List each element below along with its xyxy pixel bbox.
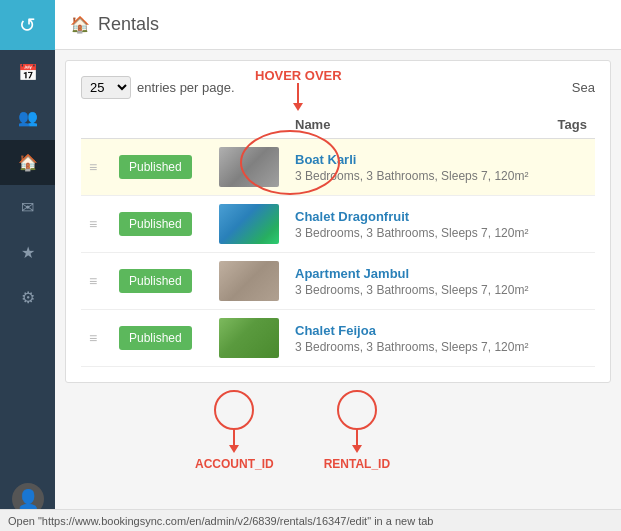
name-cell: Apartment Jambul 3 Bedrooms, 3 Bathrooms… — [287, 253, 548, 310]
name-cell: Chalet Dragonfruit 3 Bedrooms, 3 Bathroo… — [287, 196, 548, 253]
drag-handle-icon[interactable]: ≡ — [89, 273, 97, 289]
rental-thumbnail — [219, 318, 279, 358]
col-status — [111, 111, 211, 139]
sidebar-item-home[interactable]: 🏠 — [0, 140, 55, 185]
page-title: Rentals — [98, 14, 159, 35]
tags-cell — [548, 253, 595, 310]
status-cell: Published — [111, 196, 211, 253]
rental-name-link[interactable]: Chalet Dragonfruit — [295, 209, 409, 224]
sidebar-item-calendar[interactable]: 📅 — [0, 50, 55, 95]
controls-bar: 25 50 100 entries per page. Sea — [81, 76, 595, 99]
main-content: 🏠 Rentals 25 50 100 entries per page. Se… — [55, 0, 621, 531]
status-cell: Published — [111, 253, 211, 310]
status-button[interactable]: Published — [119, 326, 192, 350]
rental-details: 3 Bedrooms, 3 Bathrooms, Sleeps 7, 120m² — [295, 283, 540, 297]
rentals-table: Name Tags ≡ Published Boat Karli 3 Bedro… — [81, 111, 595, 367]
status-bar-text: Open "https://www.bookingsync.com/en/adm… — [8, 515, 433, 527]
sidebar-item-messages[interactable]: ✉ — [0, 185, 55, 230]
entries-control: 25 50 100 entries per page. — [81, 76, 235, 99]
drag-handle-cell: ≡ — [81, 253, 111, 310]
col-name: Name — [287, 111, 548, 139]
rental-thumbnail — [219, 147, 279, 187]
thumb-cell — [211, 253, 287, 310]
rental-thumbnail — [219, 261, 279, 301]
favorites-icon: ★ — [21, 243, 35, 262]
home-icon: 🏠 — [18, 153, 38, 172]
tags-cell — [548, 310, 595, 367]
drag-handle-icon[interactable]: ≡ — [89, 216, 97, 232]
tags-cell — [548, 139, 595, 196]
thumb-cell — [211, 196, 287, 253]
name-cell: Boat Karli 3 Bedrooms, 3 Bathrooms, Slee… — [287, 139, 548, 196]
rental-name-link[interactable]: Boat Karli — [295, 152, 356, 167]
sidebar-item-guests[interactable]: 👥 — [0, 95, 55, 140]
table-row: ≡ Published Apartment Jambul 3 Bedrooms,… — [81, 253, 595, 310]
drag-handle-icon[interactable]: ≡ — [89, 159, 97, 175]
col-thumb — [211, 111, 287, 139]
sidebar-item-settings[interactable]: ⚙ — [0, 275, 55, 320]
thumb-cell — [211, 310, 287, 367]
status-cell: Published — [111, 139, 211, 196]
content-area: 25 50 100 entries per page. Sea Name Tag… — [65, 60, 611, 383]
col-tags: Tags — [548, 111, 595, 139]
rentals-header-icon: 🏠 — [70, 15, 90, 34]
entries-label: entries per page. — [137, 80, 235, 95]
name-cell: Chalet Feijoa 3 Bedrooms, 3 Bathrooms, S… — [287, 310, 548, 367]
rental-details: 3 Bedrooms, 3 Bathrooms, Sleeps 7, 120m² — [295, 340, 540, 354]
page-header: 🏠 Rentals — [55, 0, 621, 50]
drag-handle-icon[interactable]: ≡ — [89, 330, 97, 346]
rental-name-link[interactable]: Chalet Feijoa — [295, 323, 376, 338]
thumb-cell — [211, 139, 287, 196]
drag-handle-cell: ≡ — [81, 310, 111, 367]
status-bar: Open "https://www.bookingsync.com/en/adm… — [0, 509, 621, 531]
status-button[interactable]: Published — [119, 155, 192, 179]
col-drag — [81, 111, 111, 139]
rental-details: 3 Bedrooms, 3 Bathrooms, Sleeps 7, 120m² — [295, 169, 540, 183]
status-cell: Published — [111, 310, 211, 367]
search-label: Sea — [572, 80, 595, 95]
table-row: ≡ Published Boat Karli 3 Bedrooms, 3 Bat… — [81, 139, 595, 196]
sidebar-item-favorites[interactable]: ★ — [0, 230, 55, 275]
sidebar: ↺ 📅 👥 🏠 ✉ ★ ⚙ 👤 — [0, 0, 55, 531]
sidebar-logo[interactable]: ↺ — [0, 0, 55, 50]
logo-icon: ↺ — [19, 13, 36, 37]
rental-thumbnail — [219, 204, 279, 244]
entries-per-page-select[interactable]: 25 50 100 — [81, 76, 131, 99]
table-row: ≡ Published Chalet Dragonfruit 3 Bedroom… — [81, 196, 595, 253]
rental-name-link[interactable]: Apartment Jambul — [295, 266, 409, 281]
table-row: ≡ Published Chalet Feijoa 3 Bedrooms, 3 … — [81, 310, 595, 367]
drag-handle-cell: ≡ — [81, 139, 111, 196]
messages-icon: ✉ — [21, 198, 34, 217]
guests-icon: 👥 — [18, 108, 38, 127]
rental-details: 3 Bedrooms, 3 Bathrooms, Sleeps 7, 120m² — [295, 226, 540, 240]
status-button[interactable]: Published — [119, 269, 192, 293]
status-button[interactable]: Published — [119, 212, 192, 236]
settings-icon: ⚙ — [21, 288, 35, 307]
table-header-row: Name Tags — [81, 111, 595, 139]
calendar-icon: 📅 — [18, 63, 38, 82]
drag-handle-cell: ≡ — [81, 196, 111, 253]
tags-cell — [548, 196, 595, 253]
user-icon: 👤 — [17, 488, 39, 510]
